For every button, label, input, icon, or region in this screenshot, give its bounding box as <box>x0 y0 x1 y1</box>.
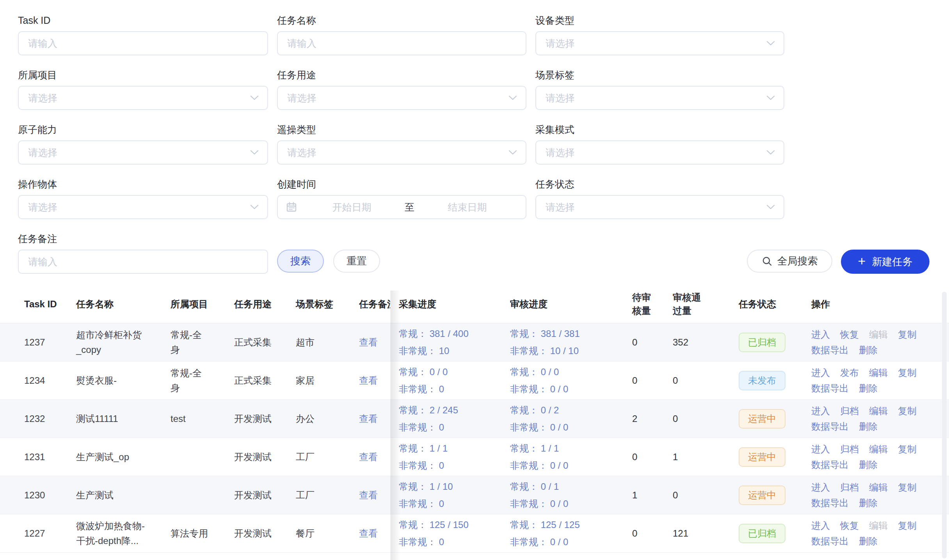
header-task-id: Task ID <box>0 299 76 310</box>
cell-name: 超市冷鲜柜补货_copy <box>76 328 171 357</box>
action-archive[interactable]: 归档 <box>840 406 859 416</box>
cell-name: 生产测试 <box>76 488 171 503</box>
search-button[interactable]: 搜索 <box>277 250 324 273</box>
reset-button[interactable]: 重置 <box>333 250 380 273</box>
action-export[interactable]: 数据导出 <box>811 498 849 509</box>
action-export[interactable]: 数据导出 <box>811 536 849 547</box>
task-name-input[interactable]: 请输入 <box>277 31 526 55</box>
action-archive[interactable]: 归档 <box>840 482 859 493</box>
table-row: 1230 生产测试 开发测试 工厂 查看 常规： 1 / 10非常规： 0 常规… <box>0 476 949 514</box>
teleop-type-select[interactable]: 请选择 <box>277 140 526 165</box>
action-edit[interactable]: 编辑 <box>869 367 888 378</box>
status-badge: 已归档 <box>739 333 786 352</box>
status-badge: 未发布 <box>739 371 786 390</box>
global-search-button[interactable]: 全局搜索 <box>747 250 832 273</box>
review-progress-regular: 常规： 0 / 0 <box>510 363 632 381</box>
start-date-placeholder[interactable]: 开始日期 <box>301 201 402 214</box>
table-row: 1227 微波炉加热食物-干扰-depth降... 算法专用 开发测试 餐厅 查… <box>0 514 949 553</box>
remark-view-link[interactable]: 查看 <box>359 337 378 347</box>
action-delete[interactable]: 删除 <box>859 383 878 394</box>
filter-field-device-type: 设备类型 请选择 <box>535 14 784 55</box>
cell-pending-count: 0 <box>632 337 673 348</box>
cell-pending-count: 1 <box>632 490 673 501</box>
device-type-select[interactable]: 请选择 <box>535 31 784 55</box>
chevron-down-icon <box>766 41 775 46</box>
collect-progress-regular: 常规： 1 / 1 <box>399 440 510 457</box>
placeholder-text: 请选择 <box>546 37 575 50</box>
remark-view-link[interactable]: 查看 <box>359 490 378 500</box>
action-edit[interactable]: 编辑 <box>869 329 888 340</box>
action-copy[interactable]: 复制 <box>898 444 917 455</box>
action-delete[interactable]: 删除 <box>859 498 878 509</box>
collect-progress-regular: 常规： 381 / 400 <box>399 325 510 342</box>
placeholder-text: 请选择 <box>28 201 57 214</box>
task-status-select[interactable]: 请选择 <box>535 195 784 219</box>
review-progress-regular: 常规： 0 / 1 <box>510 478 632 495</box>
filter-field-create-time: 创建时间 开始日期 至 结束日期 <box>277 178 526 219</box>
action-enter[interactable]: 进入 <box>811 482 830 493</box>
cell-task-id: 1237 <box>0 337 76 348</box>
filter-form: Task ID 请输入 任务名称 请输入 设备类型 请选择 所属项目 <box>0 0 949 274</box>
action-publish[interactable]: 发布 <box>840 367 859 378</box>
action-export[interactable]: 数据导出 <box>811 421 849 432</box>
action-export[interactable]: 数据导出 <box>811 345 849 356</box>
action-export[interactable]: 数据导出 <box>811 459 849 470</box>
task-id-input[interactable]: 请输入 <box>18 31 268 55</box>
action-archive[interactable]: 归档 <box>840 444 859 455</box>
filter-label: 任务名称 <box>277 14 526 27</box>
vertical-scrollbar[interactable] <box>942 292 947 558</box>
end-date-placeholder[interactable]: 结束日期 <box>417 201 518 214</box>
action-enter[interactable]: 进入 <box>811 406 830 416</box>
cell-task-id: 1231 <box>0 452 76 463</box>
create-time-range[interactable]: 开始日期 至 结束日期 <box>277 195 526 219</box>
action-delete[interactable]: 删除 <box>859 345 878 356</box>
remark-view-link[interactable]: 查看 <box>359 452 378 462</box>
action-copy[interactable]: 复制 <box>898 367 917 378</box>
action-delete[interactable]: 删除 <box>859 459 878 470</box>
scene-tag-select[interactable]: 请选择 <box>535 86 784 110</box>
create-task-button[interactable]: + 新建任务 <box>841 250 929 274</box>
review-progress-regular: 常规： 125 / 125 <box>510 516 632 533</box>
placeholder-text: 请输入 <box>28 37 57 50</box>
cell-purpose: 开发测试 <box>234 413 296 425</box>
action-edit[interactable]: 编辑 <box>869 520 888 531</box>
action-edit[interactable]: 编辑 <box>869 444 888 455</box>
action-export[interactable]: 数据导出 <box>811 383 849 394</box>
action-copy[interactable]: 复制 <box>898 482 917 493</box>
placeholder-text: 请选择 <box>546 146 575 159</box>
action-copy[interactable]: 复制 <box>898 329 917 340</box>
action-enter[interactable]: 进入 <box>811 367 830 378</box>
collect-mode-select[interactable]: 请选择 <box>535 140 784 165</box>
table-row: 1234 熨烫衣服- 常规-全身 正式采集 家居 查看 常规： 0 / 0非常规… <box>0 362 949 400</box>
task-management-page: Task ID 请输入 任务名称 请输入 设备类型 请选择 所属项目 <box>0 0 949 560</box>
collect-progress-irregular: 非常规： 10 <box>399 342 510 360</box>
action-edit[interactable]: 编辑 <box>869 482 888 493</box>
cell-name: 生产测试_op <box>76 450 171 464</box>
action-delete[interactable]: 删除 <box>859 421 878 432</box>
filter-field-task-id: Task ID 请输入 <box>18 14 268 55</box>
remark-view-link[interactable]: 查看 <box>359 413 378 424</box>
placeholder-text: 请输入 <box>28 255 57 268</box>
action-enter[interactable]: 进入 <box>811 520 830 531</box>
cell-pending-count: 0 <box>632 452 673 463</box>
remark-view-link[interactable]: 查看 <box>359 528 378 539</box>
header-scene: 场景标签 <box>296 298 359 310</box>
action-copy[interactable]: 复制 <box>898 520 917 531</box>
action-restore[interactable]: 恢复 <box>840 520 859 531</box>
action-copy[interactable]: 复制 <box>898 406 917 416</box>
filter-label: 设备类型 <box>535 14 784 27</box>
project-select[interactable]: 请选择 <box>18 86 268 110</box>
action-edit[interactable]: 编辑 <box>869 406 888 416</box>
action-enter[interactable]: 进入 <box>811 444 830 455</box>
action-restore[interactable]: 恢复 <box>840 329 859 340</box>
remark-view-link[interactable]: 查看 <box>359 375 378 386</box>
purpose-select[interactable]: 请选择 <box>277 86 526 110</box>
task-remark-input[interactable]: 请输入 <box>18 250 268 274</box>
cell-purpose: 开发测试 <box>234 489 296 502</box>
collect-progress-irregular: 非常规： 0 <box>399 457 510 474</box>
action-enter[interactable]: 进入 <box>811 329 830 340</box>
cell-scene: 工厂 <box>296 489 359 502</box>
object-select[interactable]: 请选择 <box>18 195 268 219</box>
atomic-ability-select[interactable]: 请选择 <box>18 140 268 165</box>
action-delete[interactable]: 删除 <box>859 536 878 547</box>
